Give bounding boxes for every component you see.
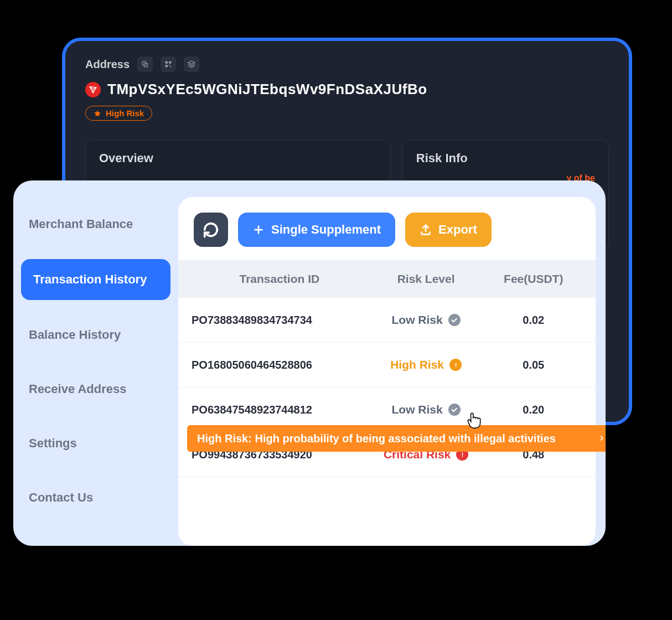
td-fee: 0.20 [485,404,583,416]
copy-icon[interactable] [137,56,153,72]
risk-tooltip: High Risk: High probability of being ass… [187,425,606,452]
single-supplement-label: Single Supplement [271,223,381,237]
td-risk-level: Low Risk [368,313,485,327]
sidebar-item-transaction-history[interactable]: Transaction History [21,259,170,300]
content-area: Single Supplement Export Transaction ID … [178,197,596,546]
address-label: Address [85,58,130,71]
alert-icon [449,359,462,371]
svg-rect-6 [170,66,172,68]
sidebar: Merchant Balance Transaction History Bal… [13,189,178,546]
th-risk-level: Risk Level [368,272,485,286]
risk-text: High Risk [390,358,444,371]
td-fee: 0.02 [485,314,583,327]
td-transaction-id: PO16805060464528806 [192,359,368,371]
hand-cursor-icon [465,411,484,430]
refresh-button[interactable] [194,213,228,247]
sidebar-item-settings[interactable]: Settings [13,424,178,463]
tron-icon [85,82,101,97]
overview-title: Overview [99,151,376,166]
th-transaction-id: Transaction ID [192,272,368,286]
export-button[interactable]: Export [405,213,492,247]
td-transaction-id: PO73883489834734734 [192,314,368,327]
sidebar-item-contact-us[interactable]: Contact Us [13,478,178,517]
sidebar-item-balance-history[interactable]: Balance History [13,316,178,354]
check-icon [448,314,461,326]
th-fee: Fee(USDT) [485,272,583,286]
wallet-address: TMpVSxYEc5WGNiJTEbqsWv9FnDSaXJUfBo [107,81,427,98]
td-transaction-id: PO63847548923744812 [192,404,368,416]
merchant-panel: Merchant Balance Transaction History Bal… [13,180,606,546]
risk-tooltip-text: High Risk: High probability of being ass… [197,432,556,445]
td-fee: 0.05 [485,359,583,371]
sidebar-item-merchant-balance[interactable]: Merchant Balance [13,205,178,244]
single-supplement-button[interactable]: Single Supplement [238,213,395,247]
svg-point-8 [455,366,456,367]
svg-rect-3 [169,61,171,64]
risk-text: Low Risk [392,313,443,327]
riskinfo-title: Risk Info [416,151,595,166]
table-header: Transaction ID Risk Level Fee(USDT) [178,260,596,298]
svg-point-10 [462,456,463,457]
risk-text: Low Risk [392,403,443,416]
qr-icon[interactable] [161,56,176,72]
svg-rect-5 [169,65,170,66]
table-row[interactable]: PO73883489834734734 Low Risk 0.02 [178,298,596,343]
export-label: Export [438,223,477,237]
table-row[interactable]: PO16805060464528806 High Risk 0.05 [178,343,596,388]
cube-icon[interactable] [184,56,199,72]
check-icon [448,404,461,416]
risk-pill-label: High Risk [106,108,144,118]
risk-pill: High Risk [85,106,152,121]
td-risk-level[interactable]: High Risk [368,358,485,371]
svg-rect-2 [166,61,168,64]
toolbar: Single Supplement Export [178,197,596,260]
chevron-right-icon [598,432,606,445]
sidebar-item-receive-address[interactable]: Receive Address [13,370,178,409]
svg-rect-4 [166,65,168,67]
